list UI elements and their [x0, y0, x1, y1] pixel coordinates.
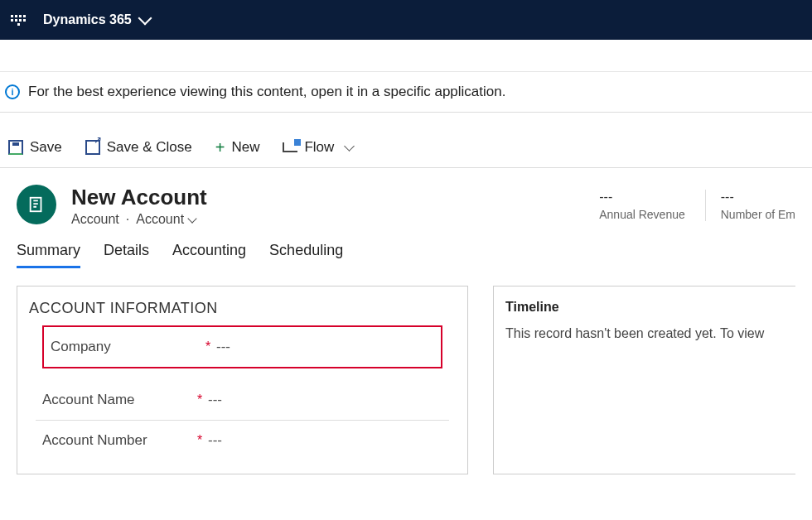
save-close-icon	[85, 140, 100, 155]
account-name-input[interactable]: ---	[208, 392, 442, 408]
field-label: Account Number	[42, 432, 191, 449]
form-tabs: Summary Details Accounting Scheduling	[0, 234, 812, 269]
tab-details[interactable]: Details	[104, 242, 149, 268]
brand-dropdown[interactable]: Dynamics 365	[43, 12, 150, 27]
page-title: New Account	[71, 185, 207, 210]
entity-icon	[17, 185, 56, 224]
flow-label: Flow	[304, 139, 334, 156]
stat-value: ---	[721, 190, 795, 205]
stat-label: Annual Revenue	[599, 208, 685, 221]
info-icon: i	[5, 84, 20, 99]
notification-text: For the best experience viewing this con…	[28, 84, 505, 100]
chevron-down-icon	[138, 12, 152, 26]
required-indicator-icon: *	[200, 339, 216, 354]
required-indicator-icon: *	[191, 392, 208, 407]
field-account-number[interactable]: Account Number * ---	[36, 421, 449, 460]
tab-scheduling[interactable]: Scheduling	[269, 242, 343, 268]
stat-annual-revenue: --- Annual Revenue	[599, 190, 685, 221]
app-launcher-icon[interactable]	[10, 12, 27, 28]
form-name: Account	[136, 212, 184, 227]
field-label: Account Name	[42, 392, 191, 408]
new-button[interactable]: + New	[215, 139, 260, 156]
field-label: Company	[51, 339, 200, 355]
top-navigation-bar: Dynamics 365	[0, 0, 812, 40]
tab-accounting[interactable]: Accounting	[172, 242, 246, 268]
new-label: New	[231, 139, 259, 156]
flow-button[interactable]: Flow	[283, 139, 353, 156]
timeline-empty-message: This record hasn't been created yet. To …	[505, 326, 784, 341]
breadcrumb[interactable]: Account Account	[71, 212, 207, 227]
separator-icon	[124, 212, 131, 227]
entity-name: Account	[71, 212, 119, 227]
stat-number-of-employees: --- Number of Em	[705, 190, 795, 221]
stat-label: Number of Em	[721, 208, 795, 221]
flow-icon	[283, 142, 297, 152]
header-stats: --- Annual Revenue --- Number of Em	[599, 185, 795, 227]
timeline-title: Timeline	[505, 300, 784, 315]
company-input[interactable]: ---	[216, 339, 434, 355]
save-label: Save	[30, 139, 62, 156]
record-header: New Account Account Account --- Annual R…	[0, 168, 812, 234]
account-number-input[interactable]: ---	[208, 432, 442, 449]
chevron-down-icon	[344, 141, 355, 152]
save-icon	[8, 140, 23, 155]
notification-bar: i For the best experience viewing this c…	[0, 71, 812, 113]
chevron-down-icon	[187, 214, 196, 223]
section-title: ACCOUNT INFORMATION	[29, 300, 456, 317]
save-close-label: Save & Close	[107, 139, 192, 156]
brand-label: Dynamics 365	[43, 12, 132, 27]
stat-value: ---	[599, 190, 685, 205]
timeline-panel: Timeline This record hasn't been created…	[493, 286, 795, 474]
save-button[interactable]: Save	[8, 139, 62, 156]
save-and-close-button[interactable]: Save & Close	[85, 139, 192, 156]
field-account-name[interactable]: Account Name * ---	[36, 380, 449, 421]
command-bar: Save Save & Close + New Flow	[0, 128, 812, 168]
account-information-panel: ACCOUNT INFORMATION Company * --- Accoun…	[17, 286, 468, 474]
tab-summary[interactable]: Summary	[17, 242, 80, 268]
plus-icon: +	[215, 139, 225, 156]
content-area: ACCOUNT INFORMATION Company * --- Accoun…	[0, 269, 812, 491]
required-indicator-icon: *	[191, 433, 208, 448]
field-company[interactable]: Company * ---	[42, 325, 442, 368]
